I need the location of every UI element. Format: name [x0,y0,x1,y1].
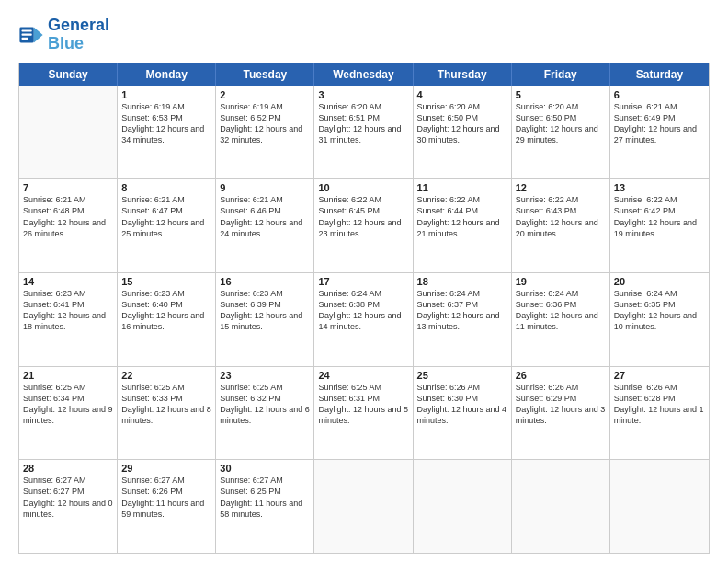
day-info: Sunrise: 6:27 AMSunset: 6:25 PMDaylight:… [220,475,310,520]
calendar-day-11: 11Sunrise: 6:22 AMSunset: 6:44 PMDayligh… [414,179,512,272]
day-info: Sunrise: 6:19 AMSunset: 6:53 PMDaylight:… [121,101,211,146]
day-number: 27 [614,370,705,381]
calendar-day-14: 14Sunrise: 6:23 AMSunset: 6:41 PMDayligh… [19,273,118,366]
calendar-day-empty [314,460,413,553]
day-number: 16 [220,276,310,287]
day-number: 13 [614,182,705,193]
day-number: 9 [220,182,310,193]
calendar-day-16: 16Sunrise: 6:23 AMSunset: 6:39 PMDayligh… [216,273,314,366]
calendar-week-1: 7Sunrise: 6:21 AMSunset: 6:48 PMDaylight… [19,178,709,272]
day-info: Sunrise: 6:25 AMSunset: 6:33 PMDaylight:… [121,382,211,427]
day-number: 10 [318,182,408,193]
logo: General Blue [18,17,109,53]
calendar-day-17: 17Sunrise: 6:24 AMSunset: 6:38 PMDayligh… [314,273,413,366]
header-day-friday: Friday [512,63,610,86]
day-number: 24 [318,370,408,381]
day-number: 17 [318,276,408,287]
day-info: Sunrise: 6:20 AMSunset: 6:50 PMDaylight:… [417,101,507,146]
calendar-day-empty [414,460,512,553]
day-number: 2 [220,89,310,100]
day-info: Sunrise: 6:24 AMSunset: 6:38 PMDaylight:… [318,288,408,333]
day-info: Sunrise: 6:22 AMSunset: 6:43 PMDaylight:… [516,194,606,239]
day-info: Sunrise: 6:27 AMSunset: 6:27 PMDaylight:… [23,475,113,520]
day-number: 5 [516,89,606,100]
header-day-wednesday: Wednesday [314,63,413,86]
calendar-day-4: 4Sunrise: 6:20 AMSunset: 6:50 PMDaylight… [414,86,512,179]
calendar-day-27: 27Sunrise: 6:26 AMSunset: 6:28 PMDayligh… [610,367,709,460]
calendar-day-20: 20Sunrise: 6:24 AMSunset: 6:35 PMDayligh… [610,273,709,366]
header-day-tuesday: Tuesday [216,63,314,86]
day-info: Sunrise: 6:23 AMSunset: 6:41 PMDaylight:… [23,288,113,333]
day-info: Sunrise: 6:25 AMSunset: 6:31 PMDaylight:… [318,382,408,427]
day-number: 25 [417,370,507,381]
calendar-day-1: 1Sunrise: 6:19 AMSunset: 6:53 PMDaylight… [118,86,216,179]
calendar-day-7: 7Sunrise: 6:21 AMSunset: 6:48 PMDaylight… [19,179,118,272]
day-info: Sunrise: 6:19 AMSunset: 6:52 PMDaylight:… [220,101,310,146]
calendar-day-15: 15Sunrise: 6:23 AMSunset: 6:40 PMDayligh… [118,273,216,366]
calendar-week-3: 21Sunrise: 6:25 AMSunset: 6:34 PMDayligh… [19,366,709,460]
day-number: 21 [23,370,113,381]
calendar-day-28: 28Sunrise: 6:27 AMSunset: 6:27 PMDayligh… [19,460,118,553]
day-info: Sunrise: 6:21 AMSunset: 6:48 PMDaylight:… [23,194,113,239]
calendar-day-13: 13Sunrise: 6:22 AMSunset: 6:42 PMDayligh… [610,179,709,272]
header-day-saturday: Saturday [610,63,709,86]
calendar-day-22: 22Sunrise: 6:25 AMSunset: 6:33 PMDayligh… [118,367,216,460]
calendar-day-25: 25Sunrise: 6:26 AMSunset: 6:30 PMDayligh… [414,367,512,460]
day-number: 4 [417,89,507,100]
day-info: Sunrise: 6:26 AMSunset: 6:28 PMDaylight:… [614,382,705,427]
header-day-thursday: Thursday [414,63,512,86]
calendar-week-4: 28Sunrise: 6:27 AMSunset: 6:27 PMDayligh… [19,459,709,553]
calendar-day-26: 26Sunrise: 6:26 AMSunset: 6:29 PMDayligh… [512,367,610,460]
day-number: 23 [220,370,310,381]
day-info: Sunrise: 6:21 AMSunset: 6:49 PMDaylight:… [614,101,705,146]
day-info: Sunrise: 6:24 AMSunset: 6:37 PMDaylight:… [417,288,507,333]
calendar-day-2: 2Sunrise: 6:19 AMSunset: 6:52 PMDaylight… [216,86,314,179]
calendar-day-18: 18Sunrise: 6:24 AMSunset: 6:37 PMDayligh… [414,273,512,366]
day-number: 19 [516,276,606,287]
calendar-day-30: 30Sunrise: 6:27 AMSunset: 6:25 PMDayligh… [216,460,314,553]
day-number: 15 [121,276,211,287]
calendar-day-empty [610,460,709,553]
day-info: Sunrise: 6:23 AMSunset: 6:39 PMDaylight:… [220,288,310,333]
day-info: Sunrise: 6:21 AMSunset: 6:47 PMDaylight:… [121,194,211,239]
calendar-day-3: 3Sunrise: 6:20 AMSunset: 6:51 PMDaylight… [314,86,413,179]
day-info: Sunrise: 6:27 AMSunset: 6:26 PMDaylight:… [121,475,211,520]
calendar-day-21: 21Sunrise: 6:25 AMSunset: 6:34 PMDayligh… [19,367,118,460]
svg-rect-2 [22,29,32,31]
calendar-day-empty [19,86,118,179]
svg-marker-1 [34,27,43,42]
calendar: SundayMondayTuesdayWednesdayThursdayFrid… [18,63,710,554]
calendar-week-0: 1Sunrise: 6:19 AMSunset: 6:53 PMDaylight… [19,86,709,179]
calendar-day-6: 6Sunrise: 6:21 AMSunset: 6:49 PMDaylight… [610,86,709,179]
day-info: Sunrise: 6:22 AMSunset: 6:42 PMDaylight:… [614,194,705,239]
day-number: 20 [614,276,705,287]
day-number: 18 [417,276,507,287]
day-info: Sunrise: 6:25 AMSunset: 6:32 PMDaylight:… [220,382,310,427]
calendar-day-empty [512,460,610,553]
calendar-body: 1Sunrise: 6:19 AMSunset: 6:53 PMDaylight… [19,86,709,553]
day-number: 8 [121,182,211,193]
day-number: 3 [318,89,408,100]
day-number: 30 [220,463,310,474]
day-number: 11 [417,182,507,193]
day-info: Sunrise: 6:20 AMSunset: 6:50 PMDaylight:… [516,101,606,146]
day-info: Sunrise: 6:24 AMSunset: 6:36 PMDaylight:… [516,288,606,333]
calendar-day-24: 24Sunrise: 6:25 AMSunset: 6:31 PMDayligh… [314,367,413,460]
day-number: 29 [121,463,211,474]
day-info: Sunrise: 6:24 AMSunset: 6:35 PMDaylight:… [614,288,705,333]
svg-rect-4 [22,38,28,40]
day-info: Sunrise: 6:22 AMSunset: 6:44 PMDaylight:… [417,194,507,239]
day-info: Sunrise: 6:26 AMSunset: 6:30 PMDaylight:… [417,382,507,427]
header-day-sunday: Sunday [19,63,118,86]
calendar-day-10: 10Sunrise: 6:22 AMSunset: 6:45 PMDayligh… [314,179,413,272]
day-number: 1 [121,89,211,100]
day-number: 26 [516,370,606,381]
day-info: Sunrise: 6:23 AMSunset: 6:40 PMDaylight:… [121,288,211,333]
calendar-day-19: 19Sunrise: 6:24 AMSunset: 6:36 PMDayligh… [512,273,610,366]
day-number: 12 [516,182,606,193]
day-info: Sunrise: 6:21 AMSunset: 6:46 PMDaylight:… [220,194,310,239]
day-info: Sunrise: 6:22 AMSunset: 6:45 PMDaylight:… [318,194,408,239]
calendar-day-23: 23Sunrise: 6:25 AMSunset: 6:32 PMDayligh… [216,367,314,460]
calendar-day-8: 8Sunrise: 6:21 AMSunset: 6:47 PMDaylight… [118,179,216,272]
svg-rect-3 [22,33,32,35]
